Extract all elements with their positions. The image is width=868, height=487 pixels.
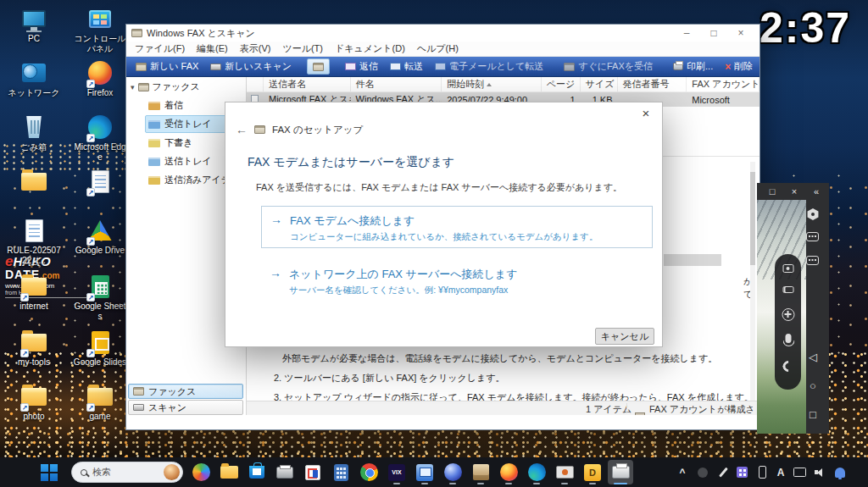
back-arrow-icon[interactable]: ← (236, 123, 248, 136)
maximize-icon[interactable]: □ (700, 25, 727, 42)
toolbar-button-new-fax[interactable]: 新しい FAX (131, 58, 203, 75)
taskbar-app-fax-tool[interactable] (272, 460, 298, 484)
column-header-4[interactable]: サイズ (581, 77, 618, 91)
cancel-button[interactable]: キャンセル (595, 328, 654, 345)
tray-ime-a-icon[interactable]: A (771, 457, 790, 487)
menu-item-5[interactable]: ヘルプ(H) (411, 42, 465, 55)
android-back-icon[interactable]: ◁ (806, 351, 820, 363)
taskbar-app-explorer[interactable] (216, 460, 242, 484)
desktop-icon-game[interactable]: ↗game (73, 383, 127, 422)
camera-icon[interactable] (782, 264, 793, 273)
desktop-icon-rule-doc[interactable]: RULE-20250722_t... (7, 217, 61, 265)
desktop-icon-google-slides[interactable]: ↗Google Slides (73, 329, 127, 368)
shortcut-arrow-icon: ↗ (86, 403, 95, 412)
desktop-icon-pc[interactable]: PC (7, 5, 61, 44)
menu-item-1[interactable]: 編集(E) (191, 42, 234, 55)
tray-bell-icon[interactable] (831, 457, 849, 487)
desktop-icon-network[interactable]: ネットワーク (7, 59, 61, 98)
android-home-icon[interactable]: ○ (806, 379, 820, 392)
taskbar-app-chrome[interactable] (356, 460, 381, 484)
search-box[interactable]: 検索 (71, 462, 183, 483)
taskbar-app-media-sphere[interactable] (440, 460, 465, 484)
column-header-1[interactable]: 件名 (351, 77, 442, 91)
desktop-icon-recycle-bin[interactable]: ごみ箱 (7, 113, 61, 152)
desktop-icon-folder-unlabeled[interactable] (7, 168, 61, 196)
desktop-icon-doc-unlabeled[interactable]: ↗ (73, 168, 127, 196)
window-titlebar[interactable]: Windows FAX とスキャン – □ × (126, 25, 760, 42)
chevron-down-icon[interactable]: ▾ (131, 83, 135, 91)
tray-speaker-icon[interactable] (810, 457, 829, 487)
column-icon-header[interactable] (247, 77, 264, 91)
close-icon[interactable]: × (727, 25, 754, 42)
option-connect-fax-server[interactable]: → ネットワーク上の FAX サーバーへ接続します サーバー名を確認してください… (261, 260, 653, 303)
toolbar-button-new-scan[interactable]: 新しいスキャン (205, 58, 297, 75)
desktop-icon-my-tools[interactable]: ↗my-tools (7, 329, 61, 368)
column-header-6[interactable]: FAX アカウント (687, 77, 760, 91)
toolbar-button-forward[interactable]: 転送 (385, 58, 428, 75)
collapse-icon[interactable]: « (810, 186, 823, 196)
close-icon[interactable]: × (787, 186, 801, 196)
tray-hidden-dim-icon[interactable] (693, 457, 712, 487)
toolbar-button-receive-fax[interactable]: すぐにFAXを受信 (559, 58, 658, 75)
taskbar-app-calculator[interactable] (328, 460, 353, 484)
android-recents-icon[interactable]: □ (806, 408, 820, 421)
tray-pen-icon[interactable] (714, 457, 732, 487)
toolbar-button-print[interactable]: 印刷... (668, 58, 718, 75)
toolbar-button-mail-forward[interactable]: 電子メールとして転送 (430, 58, 548, 75)
minimize-icon[interactable]: – (673, 25, 700, 42)
desktop-icon-photo[interactable]: ↗photo (7, 383, 61, 422)
taskbar-app-fax-scan[interactable] (608, 460, 633, 484)
column-header-0[interactable]: 送信者名 (264, 77, 351, 91)
taskbar-app-vix[interactable]: VIX (384, 460, 409, 484)
tray-chevron-up-icon[interactable]: ^ (673, 457, 692, 487)
tray-ime-grid-icon[interactable] (732, 457, 751, 487)
keypad-icon[interactable] (806, 232, 819, 241)
menu-item-4[interactable]: ドキュメント(D) (329, 42, 411, 55)
taskbar-app-edge[interactable] (524, 460, 549, 484)
taskbar-app-store[interactable] (244, 460, 270, 484)
maximize-icon[interactable]: □ (765, 186, 779, 196)
toolbar-button-reply[interactable]: 返信 (340, 58, 383, 75)
search-highlight-avatar[interactable] (164, 464, 180, 480)
tray-display-icon[interactable] (790, 457, 809, 487)
phone-screen[interactable] (757, 200, 806, 434)
menu-item-2[interactable]: 表示(V) (234, 42, 277, 55)
column-header-5[interactable]: 発信者番号 (618, 77, 687, 91)
start-button[interactable] (41, 464, 58, 481)
scrollbar-thumb[interactable] (750, 172, 755, 265)
desktop-icon-google-sheets[interactable]: ↗Google Sheets (73, 273, 127, 321)
desktop-icon-firefox[interactable]: ↗Firefox (73, 59, 127, 98)
column-header-label: ページ (547, 78, 576, 91)
chrome-icon (360, 463, 378, 481)
scrollbar[interactable] (750, 162, 755, 411)
desktop-icon-google-drive[interactable]: ↗Google Drive (73, 217, 127, 256)
close-icon[interactable]: × (638, 106, 654, 120)
taskbar-app-screen-cast[interactable] (552, 460, 577, 484)
desktop-icon-edge[interactable]: ↗Microsoft Edge (73, 113, 127, 162)
toolbar-button-fax-status[interactable] (307, 58, 330, 75)
menu-item-3[interactable]: ツール(T) (276, 42, 329, 55)
view-button-0[interactable]: ファックス (128, 384, 243, 399)
taskbar-app-box-app[interactable] (468, 460, 493, 484)
taskbar-app-firefox[interactable] (496, 460, 521, 484)
menu-item-0[interactable]: ファイル(F) (129, 42, 191, 55)
column-header-3[interactable]: ページ (542, 77, 581, 91)
dpad-icon[interactable] (782, 308, 794, 321)
battery-icon[interactable] (782, 286, 793, 293)
taskbar-app-sticky-notes[interactable] (300, 460, 326, 484)
view-button-1[interactable]: スキャン (128, 400, 243, 415)
taskbar-app-blue-window[interactable] (412, 460, 437, 484)
desktop-icon-internet[interactable]: ↗internet (7, 273, 61, 312)
column-header-2[interactable]: 開始時刻 (442, 77, 542, 91)
toolbar-button-delete[interactable]: ×削除 (720, 58, 758, 75)
tree-root-fax[interactable]: ▾ ファックス (126, 77, 246, 96)
mic-icon[interactable] (785, 334, 791, 343)
keypad-more-icon[interactable] (806, 256, 819, 265)
hex-settings-icon[interactable] (807, 208, 819, 220)
taskbar-app-d-tool[interactable]: D (580, 460, 605, 484)
call-icon[interactable] (780, 358, 795, 374)
tray-phone-link-icon[interactable] (753, 457, 771, 487)
option-connect-fax-modem[interactable]: → FAX モデムへ接続します コンピューターに組み込まれているか、接続されてい… (261, 206, 653, 248)
desktop-icon-control-panel[interactable]: コントロール パネル (73, 5, 127, 53)
taskbar-app-copilot[interactable] (188, 460, 214, 484)
